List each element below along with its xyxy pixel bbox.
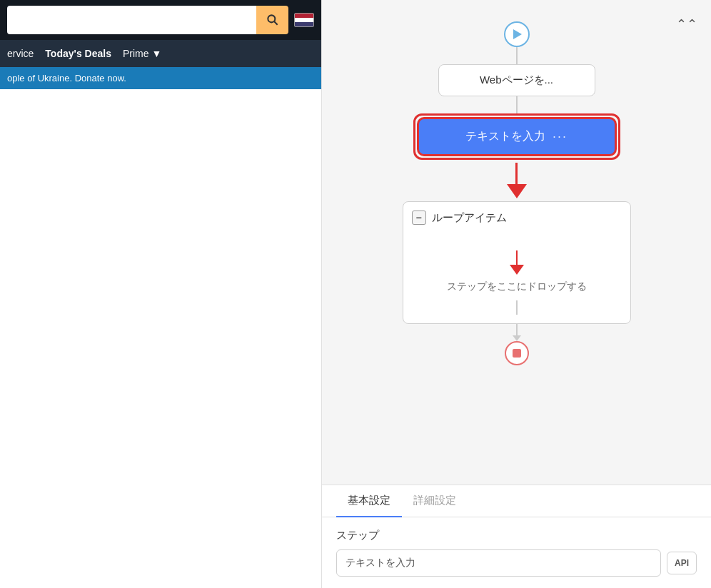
step-input-row: API [336,549,697,577]
tab-advanced-settings[interactable]: 詳細設定 [402,485,468,517]
search-button[interactable] [256,6,288,34]
drop-arrow-line [516,250,518,265]
tab-basic-settings[interactable]: 基本設定 [336,485,402,517]
red-arrow-head [507,184,527,198]
nav-item-deals[interactable]: Today's Deals [45,48,111,59]
search-icon [266,13,280,27]
connector-3 [513,324,521,341]
play-icon [513,29,522,39]
left-panel: ervice Today's Deals Prime ▼ ople of Ukr… [0,0,321,588]
drop-zone[interactable]: ステップをここにドロップする [412,236,622,300]
red-arrow [507,163,527,198]
tab-bar: 基本設定 詳細設定 [322,485,711,517]
dropdown-arrow-icon: ▼ [151,48,161,59]
connector-1 [516,47,518,64]
collapse-icon: ⌃⌃ [676,16,697,32]
loop-collapse-button[interactable]: − [412,211,426,225]
flag-icon [294,13,314,27]
text-input-node[interactable]: テキストを入力 ··· [417,117,617,156]
step-input-field[interactable] [336,549,661,577]
loop-header: − ループアイテム [412,211,622,225]
drop-arrow-head [510,265,524,275]
nav-item-service[interactable]: ervice [7,48,34,59]
svg-line-1 [274,21,278,25]
stop-icon [513,349,521,358]
red-arrow-line [515,163,518,184]
loop-container: − ループアイテム ステップをここにドロップする [403,201,631,324]
svg-point-0 [268,15,275,22]
search-input[interactable] [7,6,256,34]
connector-arrow-head [513,335,521,341]
connector-2 [516,96,518,113]
collapse-button[interactable]: ⌃⌃ [674,11,700,37]
stop-node[interactable] [505,341,529,365]
section-label: ステップ [336,529,697,542]
bottom-panel: 基本設定 詳細設定 ステップ API [322,485,711,588]
api-badge: API [667,552,697,574]
drop-arrow [419,250,615,275]
nav-bar: ervice Today's Deals Prime ▼ [0,40,321,67]
loop-label: ループアイテム [432,211,507,225]
ukraine-banner[interactable]: ople of Ukraine. Donate now. [0,67,321,89]
webpage-node[interactable]: Webページを... [438,64,595,96]
text-input-wrapper: テキストを入力 ··· [413,113,620,160]
right-panel: ⌃⌃ Webページを... テキストを入力 ··· [321,0,711,588]
start-node[interactable] [504,21,530,47]
flow-container: Webページを... テキストを入力 ··· − ループアイテム [336,21,697,365]
nav-item-prime[interactable]: Prime ▼ [123,48,161,59]
search-bar[interactable] [7,6,288,34]
workflow-area: ⌃⌃ Webページを... テキストを入力 ··· [322,0,711,485]
bottom-content: ステップ API [322,517,711,588]
loop-connector [516,300,518,315]
more-options-icon[interactable]: ··· [553,129,568,144]
amazon-header [0,0,321,40]
connector-arrow-line [516,324,518,335]
